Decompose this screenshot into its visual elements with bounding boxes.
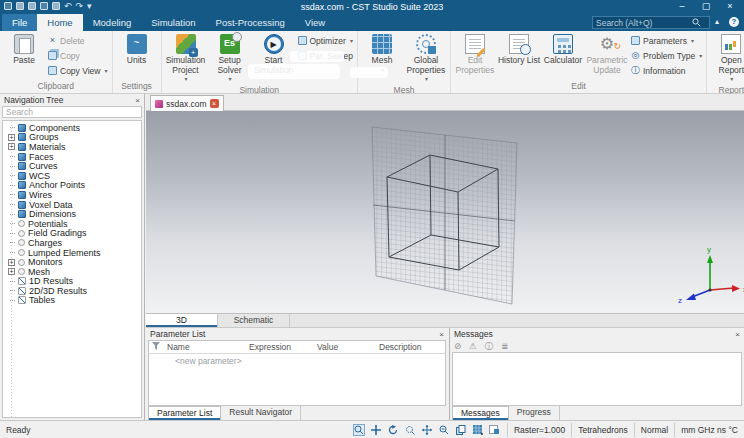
parameters-button[interactable]: Parameters ▾ [629, 35, 704, 46]
help-button[interactable]: ? [724, 14, 744, 31]
tree-item-groups[interactable]: +Groups [5, 133, 141, 143]
wcs-icon [18, 172, 26, 180]
column-expression[interactable]: Expression [245, 342, 313, 352]
setup-solver-button[interactable]: Es Setup Solver ▾ [208, 31, 252, 85]
search-box[interactable] [592, 16, 710, 29]
tab-result-navigator[interactable]: Result Navigator [221, 406, 301, 420]
global-properties-button[interactable]: Global Properties ▾ [404, 31, 448, 85]
tab-modeling[interactable]: Modeling [83, 14, 142, 31]
undo-icon[interactable]: ↶ [64, 2, 72, 10]
tab-home[interactable]: Home [37, 14, 82, 31]
close-icon[interactable]: × [735, 330, 740, 339]
rotate-icon[interactable] [387, 424, 399, 436]
tree-item-1d-results[interactable]: 1D Results [5, 277, 141, 287]
history-list-button[interactable]: History List [497, 31, 541, 66]
open-project-icon[interactable] [16, 2, 24, 10]
save-all-icon[interactable] [40, 2, 48, 10]
mesh-icon [372, 34, 392, 54]
info-filter-icon[interactable]: ⓘ [485, 341, 494, 353]
snap-raster-icon[interactable] [489, 424, 501, 436]
expand-icon[interactable]: + [8, 268, 15, 275]
mesh-cells-icon[interactable] [472, 424, 484, 436]
tree-item-dimensions[interactable]: Dimensions [5, 209, 141, 219]
tab-view[interactable]: View [295, 14, 335, 31]
tree-search-input[interactable] [6, 107, 138, 117]
tree-item-anchor-points[interactable]: Anchor Points [5, 181, 141, 191]
tree-item-wcs[interactable]: WCS [5, 171, 141, 181]
tree-item-mesh[interactable]: +Mesh [5, 267, 141, 277]
pan-icon[interactable] [370, 424, 382, 436]
copy-button[interactable]: Copy [46, 50, 110, 61]
maximize-button[interactable]: ▢ [694, 0, 718, 14]
paste-icon [14, 34, 34, 54]
export-icon[interactable] [52, 2, 60, 10]
tab-parameter-list[interactable]: Parameter List [148, 406, 221, 420]
views-icon[interactable] [455, 424, 467, 436]
information-button[interactable]: ⓘ Information [629, 65, 704, 76]
edit-properties-button[interactable]: Edit Properties [453, 31, 497, 75]
tab-3d[interactable]: 3D [146, 314, 218, 327]
new-parameter-row[interactable]: <new parameter> [149, 354, 445, 366]
close-icon[interactable]: × [135, 96, 140, 105]
close-icon[interactable]: × [439, 330, 444, 339]
errors-filter-icon[interactable]: ⊘ [454, 341, 461, 353]
tree-search-box[interactable] [2, 106, 142, 118]
expand-icon[interactable]: + [8, 143, 15, 150]
column-description[interactable]: Description [375, 342, 445, 352]
save-icon[interactable] [28, 2, 36, 10]
tree-item-monitors[interactable]: +Monitors [5, 257, 141, 267]
close-tab-icon[interactable]: × [210, 99, 219, 108]
simulation-project-button[interactable]: Simulation Project ▾ [164, 31, 208, 85]
units-button[interactable]: ~ Units [115, 31, 159, 66]
minimize-button[interactable]: – [670, 0, 694, 14]
zoom-lasso-icon[interactable] [404, 424, 416, 436]
paste-button[interactable]: Paste [2, 31, 46, 66]
tree-item-field-gradings[interactable]: Field Gradings [5, 229, 141, 239]
tree-item-faces[interactable]: Faces [5, 152, 141, 162]
tab-messages[interactable]: Messages [452, 406, 509, 420]
zoom-select-icon[interactable] [353, 424, 365, 436]
warnings-filter-icon[interactable]: ⚠ [469, 341, 477, 353]
tab-file[interactable]: File [2, 14, 37, 31]
new-project-icon[interactable] [4, 2, 12, 10]
redo-icon[interactable]: ↷ [76, 2, 84, 10]
mesh-plane [372, 127, 517, 304]
problem-type-button[interactable]: ◎ Problem Type ▾ [629, 50, 704, 61]
tree-item-wires[interactable]: Wires [5, 190, 141, 200]
axes-widget: y x z [678, 245, 744, 305]
tree-item-charges[interactable]: Charges [5, 238, 141, 248]
tree-item-materials[interactable]: +Materials [5, 142, 141, 152]
tab-progress[interactable]: Progress [509, 406, 560, 420]
tree-item-lumped-elements[interactable]: Lumped Elements [5, 248, 141, 258]
parametric-update-button[interactable]: ⚙ Parametric Update [585, 31, 629, 75]
filter-icon[interactable] [149, 342, 163, 352]
calculator-button[interactable]: Calculator [541, 31, 585, 66]
message-list-icon[interactable]: ≣ [501, 341, 508, 353]
tab-post-processing[interactable]: Post-Processing [206, 14, 295, 31]
expand-icon[interactable]: + [8, 259, 15, 266]
ribbon-group-mesh: Mesh ▾ Global Properties ▾ Mesh [358, 31, 451, 93]
optimizer-button[interactable]: Optimizer ▾ [296, 35, 355, 46]
expand-icon[interactable]: + [8, 134, 15, 141]
open-report-button[interactable]: Open Report ▾ [709, 31, 744, 85]
search-input[interactable] [596, 18, 692, 28]
tab-schematic[interactable]: Schematic [218, 314, 290, 327]
customize-toolbar-icon[interactable]: ▾ [87, 2, 92, 10]
tree-item-curves[interactable]: Curves [5, 161, 141, 171]
3d-viewport[interactable]: y x z [146, 111, 744, 313]
close-button[interactable]: × [718, 0, 742, 14]
tree-item-components[interactable]: Components [5, 123, 141, 133]
tab-simulation[interactable]: Simulation [141, 14, 205, 31]
tree-item-potentials[interactable]: Potentials [5, 219, 141, 229]
collapse-ribbon-icon[interactable]: ▴ [710, 14, 724, 31]
move-icon[interactable] [421, 424, 433, 436]
column-name[interactable]: Name [163, 342, 245, 352]
document-tab[interactable]: ssdax.com × [150, 95, 224, 111]
column-value[interactable]: Value [313, 342, 375, 352]
copy-view-button[interactable]: Copy View ▾ [46, 65, 110, 76]
tree-item-voxel-data[interactable]: Voxel Data [5, 200, 141, 210]
delete-button[interactable]: × Delete [46, 35, 110, 46]
tree-item-2d3d-results[interactable]: 2D/3D Results [5, 286, 141, 296]
zoom-icon[interactable] [438, 424, 450, 436]
tree-item-tables[interactable]: Tables [5, 296, 141, 306]
